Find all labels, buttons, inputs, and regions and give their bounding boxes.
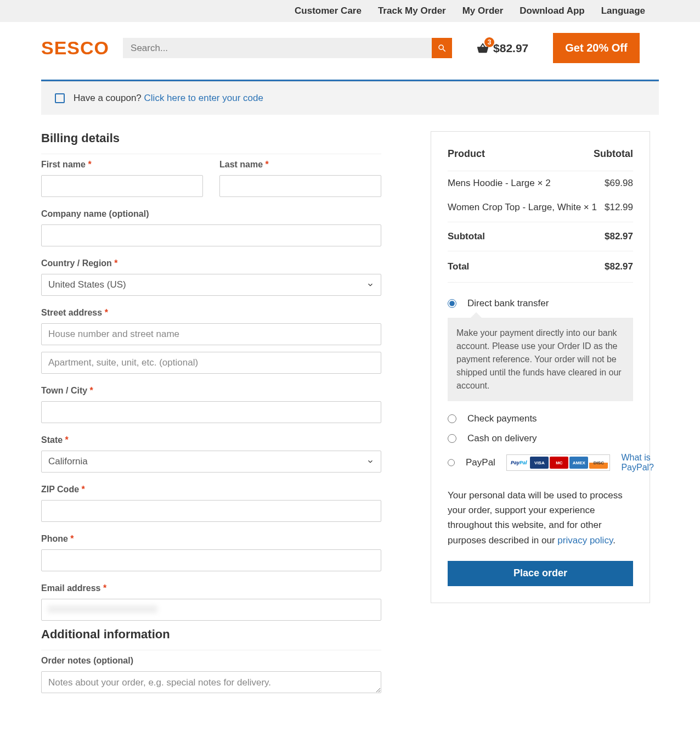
city-input[interactable] xyxy=(41,401,381,423)
order-header-product: Product xyxy=(448,148,485,160)
cart-amount: $82.97 xyxy=(493,42,528,55)
topbar-customer-care[interactable]: Customer Care xyxy=(295,5,362,16)
payment-paypal[interactable]: PayPal PayPal VISA MC AMEX DISC What is … xyxy=(448,448,633,477)
chevron-down-icon xyxy=(366,281,374,289)
payment-cod-radio[interactable] xyxy=(448,434,456,443)
cart-count-badge: 3 xyxy=(484,37,494,47)
first-name-input[interactable] xyxy=(41,175,203,197)
country-value: United States (US) xyxy=(48,279,126,290)
first-name-label: First name * xyxy=(41,160,203,170)
order-notes-input[interactable] xyxy=(41,671,381,693)
topbar-my-order[interactable]: My Order xyxy=(462,5,504,16)
billing-title: Billing details xyxy=(41,131,381,154)
order-total: Total$82.97 xyxy=(448,251,633,283)
search-input[interactable] xyxy=(123,38,432,58)
city-label: Town / City * xyxy=(41,386,381,396)
payment-check-radio[interactable] xyxy=(448,414,456,423)
promo-button[interactable]: Get 20% Off xyxy=(553,33,639,63)
payment-bank-transfer[interactable]: Direct bank transfer xyxy=(448,294,633,313)
order-line-item: Women Crop Top - Large, White × 1$12.99 xyxy=(448,195,633,220)
phone-input[interactable] xyxy=(41,549,381,571)
search-icon xyxy=(437,43,447,53)
country-select[interactable]: United States (US) xyxy=(41,274,381,296)
order-subtotal: Subtotal$82.97 xyxy=(448,222,633,249)
coupon-link[interactable]: Click here to enter your code xyxy=(144,93,263,103)
privacy-text: Your personal data will be used to proce… xyxy=(448,488,633,548)
payment-cod[interactable]: Cash on delivery xyxy=(448,429,633,448)
last-name-label: Last name * xyxy=(219,160,381,170)
place-order-button[interactable]: Place order xyxy=(448,561,633,586)
payment-bank-description: Make your payment directly into our bank… xyxy=(448,318,633,401)
company-label: Company name (optional) xyxy=(41,209,381,219)
zip-label: ZIP Code * xyxy=(41,485,381,494)
street-input-2[interactable] xyxy=(41,352,381,374)
payment-bank-radio[interactable] xyxy=(448,299,456,308)
order-line-item: Mens Hoodie - Large × 2$69.98 xyxy=(448,171,633,195)
search-button[interactable] xyxy=(432,38,452,58)
logo[interactable]: SESCO xyxy=(41,37,109,59)
header: SESCO 3 $82.97 Get 20% Off xyxy=(0,22,700,74)
coupon-prompt: Have a coupon? xyxy=(74,93,144,103)
zip-input[interactable] xyxy=(41,500,381,522)
email-label: Email address * xyxy=(41,583,381,593)
search-box xyxy=(123,38,452,58)
street-label: Street address * xyxy=(41,308,381,318)
what-is-paypal-link[interactable]: What is PayPal? xyxy=(621,453,654,473)
order-summary: Product Subtotal Mens Hoodie - Large × 2… xyxy=(431,131,650,603)
topbar: Customer Care Track My Order My Order Do… xyxy=(0,0,700,22)
payment-check[interactable]: Check payments xyxy=(448,409,633,429)
coupon-icon xyxy=(55,93,65,103)
state-select[interactable]: California xyxy=(41,451,381,473)
payment-paypal-radio[interactable] xyxy=(448,458,455,467)
topbar-track-order[interactable]: Track My Order xyxy=(378,5,446,16)
chevron-down-icon xyxy=(366,458,374,465)
state-value: California xyxy=(48,456,88,467)
email-redacted xyxy=(48,605,157,613)
cart-button[interactable]: 3 $82.97 xyxy=(477,42,528,55)
topbar-download-app[interactable]: Download App xyxy=(520,5,584,16)
order-header-subtotal: Subtotal xyxy=(594,148,633,160)
state-label: State * xyxy=(41,435,381,445)
company-input[interactable] xyxy=(41,224,381,246)
billing-details: Billing details First name * Last name *… xyxy=(41,131,381,707)
topbar-language[interactable]: Language xyxy=(601,5,645,16)
privacy-policy-link[interactable]: privacy policy xyxy=(557,535,613,546)
paypal-cards-icon: PayPal VISA MC AMEX DISC xyxy=(506,454,611,471)
phone-label: Phone * xyxy=(41,534,381,544)
coupon-bar: Have a coupon? Click here to enter your … xyxy=(41,81,659,115)
last-name-input[interactable] xyxy=(219,175,381,197)
country-label: Country / Region * xyxy=(41,258,381,268)
additional-title: Additional information xyxy=(41,627,381,650)
order-notes-label: Order notes (optional) xyxy=(41,656,381,666)
payment-methods: Direct bank transfer Make your payment d… xyxy=(448,294,633,477)
street-input-1[interactable] xyxy=(41,323,381,345)
